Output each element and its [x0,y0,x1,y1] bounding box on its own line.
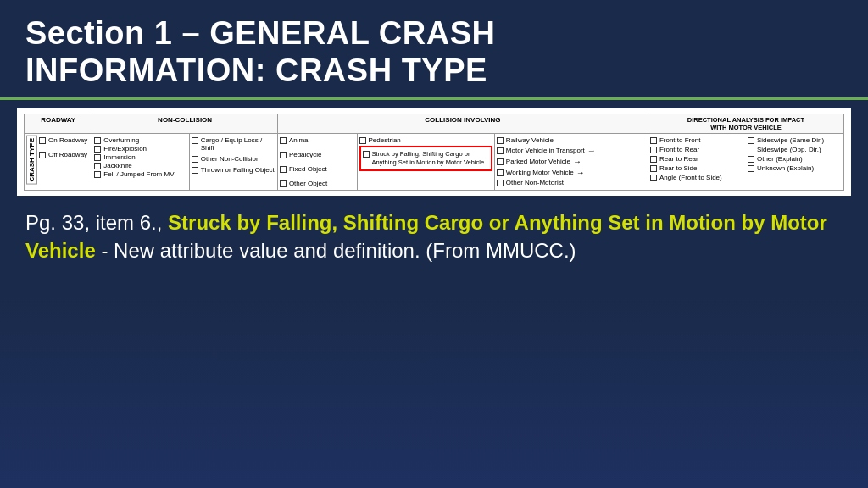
directional-options: Front to Front Front to Rear Rear to Rea… [650,136,842,182]
overturning-checkbox[interactable] [94,137,101,144]
motor-vehicle-transport-label: Motor Vehicle in Transport [506,147,585,154]
form-content: ROADWAY NON-COLLISION COLLISION INVOLVIN… [17,108,851,196]
non-collision-cell: Overturning Fire/Explosion Immersion Jac… [92,134,189,191]
other-object-checkbox[interactable] [280,180,287,187]
fixed-object-label: Fixed Object [289,165,327,173]
fixed-object-row: Fixed Object [280,165,355,173]
parked-motor-label: Parked Motor Vehicle [506,158,570,165]
motor-vehicle-transport-checkbox[interactable] [497,147,504,154]
thrown-label: Thrown or Falling Object [201,166,275,174]
sideswipe-opp-row: Sideswipe (Opp. Dir.) [748,146,842,153]
other-object-label: Other Object [289,180,327,187]
roadway-header: ROADWAY [25,114,92,134]
other-non-collision-row: Other Non-Collision [192,155,275,163]
angle-checkbox[interactable] [650,175,657,181]
other-non-motorist-row: Other Non-Motorist [497,179,646,186]
ss-same-label: Sideswipe (Same Dir.) [757,136,824,144]
fire-explosion-label: Fire/Explosion [103,145,147,152]
other-nc-checkbox[interactable] [192,156,198,163]
ftf-checkbox[interactable] [650,137,657,144]
other-nm-label: Other Non-Motorist [506,179,564,186]
rtr-label: Rear to Rear [659,155,698,163]
crash-type-vertical-label: CRASH TYPE [26,136,37,185]
other-nm-checkbox[interactable] [497,180,504,186]
pedestrian-label: Pedestrian [369,136,401,144]
rtr-checkbox[interactable] [650,156,657,163]
title-line1: Section 1 – GENERAL CRASH [25,15,495,51]
collision-header: COLLISION INVOLVING [277,114,648,134]
collision-col1-cell: Animal Pedalcycle Fixed Object Other Obj… [277,134,357,191]
cargo-checkbox[interactable] [192,137,198,144]
motor-vehicle-transport-row: Motor Vehicle in Transport [497,146,646,155]
on-roadway-row: On Roadway [39,136,87,144]
angle-row: Angle (Front to Side) [650,174,744,181]
cargo-cell: Cargo / Equip Loss / Shift Other Non-Col… [189,134,277,191]
jackknife-label: Jackknife [103,162,131,169]
cargo-label: Cargo / Equip Loss / Shift [201,136,275,152]
fixed-object-checkbox[interactable] [280,166,287,173]
fire-explosion-row: Fire/Explosion [94,145,186,152]
rts-label: Rear to Side [659,164,697,172]
oe-label: Other (Explain) [757,155,803,163]
rts-checkbox[interactable] [650,165,657,172]
ue-label: Unknown (Explain) [757,164,814,172]
non-collision-header: NON-COLLISION [92,114,278,134]
crash-type-table: ROADWAY NON-COLLISION COLLISION INVOLVIN… [24,114,844,191]
pedalcycle-row: Pedalcycle [280,151,355,158]
title-line2: INFORMATION: CRASH TYPE [25,53,487,88]
pedestrian-row: Pedestrian [359,136,492,144]
working-motor-row: Working Motor Vehicle [497,168,646,177]
parked-motor-checkbox[interactable] [497,158,504,165]
fell-jumped-checkbox[interactable] [94,171,101,178]
struck-falling-label: Struck by Falling, Shifting Cargo or Any… [372,150,489,167]
collision-col1-options: Animal Pedalcycle Fixed Object Other Obj… [280,136,355,187]
angle-label: Angle (Front to Side) [659,174,722,181]
header-row: ROADWAY NON-COLLISION COLLISION INVOLVIN… [25,114,844,134]
thrown-checkbox[interactable] [192,167,198,174]
fell-jumped-label: Fell / Jumped From MV [103,170,174,178]
ftr-label: Front to Rear [659,146,699,153]
jackknife-checkbox[interactable] [94,163,101,169]
overturning-label: Overturning [103,136,139,144]
immersion-checkbox[interactable] [94,154,101,161]
header-title: Section 1 – GENERAL CRASH INFORMATION: C… [25,15,843,89]
thrown-row: Thrown or Falling Object [192,166,275,174]
front-to-rear-row: Front to Rear [650,146,744,153]
ss-opp-checkbox[interactable] [748,147,754,153]
front-to-front-row: Front to Front [650,136,744,144]
directional-header: DIRECTIONAL ANALYSIS FOR IMPACTWITH MOTO… [648,114,843,134]
railway-row: Railway Vehicle [497,136,646,144]
directional-left: Front to Front Front to Rear Rear to Rea… [650,136,744,182]
bottom-prefix: Pg. 33, item 6., [25,211,162,234]
parked-motor-row: Parked Motor Vehicle [497,157,646,166]
on-roadway-checkbox[interactable] [39,137,46,144]
pedestrian-checkbox[interactable] [359,137,366,144]
working-motor-checkbox[interactable] [497,169,504,176]
ss-opp-label: Sideswipe (Opp. Dir.) [757,146,821,153]
other-nc-label: Other Non-Collision [201,155,260,163]
struck-falling-checkbox[interactable] [363,151,370,158]
rear-to-rear-row: Rear to Rear [650,155,744,163]
ue-checkbox[interactable] [748,165,754,172]
collision-col2-cell: Pedestrian Struck by Falling, Shifting C… [357,134,494,191]
struck-falling-box: Struck by Falling, Shifting Cargo or Any… [359,146,492,171]
cargo-row: Cargo / Equip Loss / Shift [192,136,275,152]
off-roadway-label: Off Roadway [48,151,87,158]
railway-label: Railway Vehicle [506,136,554,144]
sideswipe-same-row: Sideswipe (Same Dir.) [748,136,842,144]
collision-vehicles-options: Railway Vehicle Motor Vehicle in Transpo… [497,136,646,186]
directional-right: Sideswipe (Same Dir.) Sideswipe (Opp. Di… [748,136,842,182]
overturning-row: Overturning [94,136,186,144]
off-roadway-row: Off Roadway [39,151,87,158]
data-row: CRASH TYPE On Roadway Off Roadway Overtu… [25,134,844,191]
pedalcycle-checkbox[interactable] [280,152,287,158]
ftr-checkbox[interactable] [650,147,657,153]
railway-checkbox[interactable] [497,137,504,144]
off-roadway-checkbox[interactable] [39,152,46,158]
struck-falling-row: Struck by Falling, Shifting Cargo or Any… [363,150,489,167]
ss-same-checkbox[interactable] [748,137,754,144]
slide: Section 1 – GENERAL CRASH INFORMATION: C… [0,0,868,488]
animal-checkbox[interactable] [280,137,287,144]
fire-explosion-checkbox[interactable] [94,146,101,152]
oe-checkbox[interactable] [748,156,754,163]
